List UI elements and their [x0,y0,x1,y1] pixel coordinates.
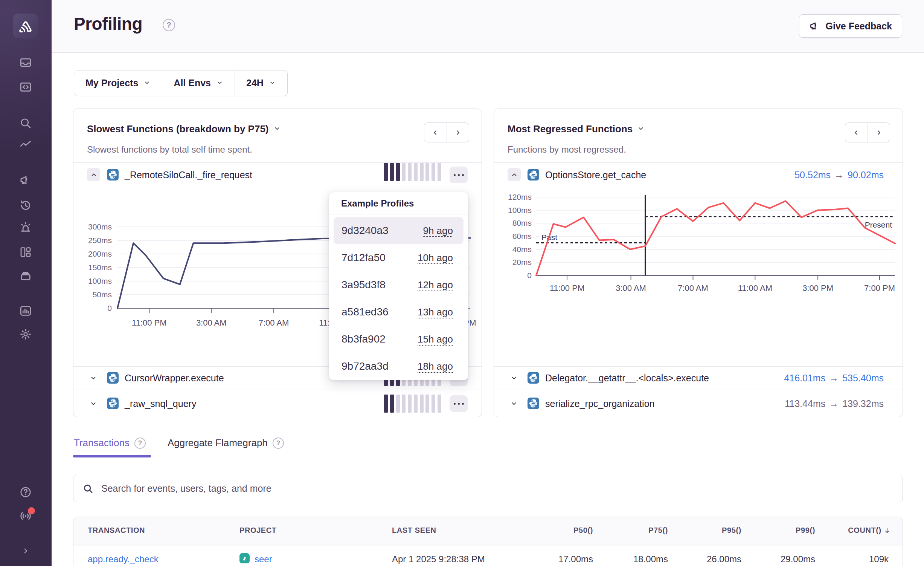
tab-aggregate-flamegraph[interactable]: Aggregate Flamegraph ? [168,437,284,449]
expand-row-button[interactable] [88,373,98,383]
profile-id[interactable]: 3a95d3f8 [342,279,386,291]
issues-icon[interactable] [19,56,32,69]
prev-page-button[interactable] [424,123,447,142]
alerts-icon[interactable] [19,221,32,234]
page-help-icon[interactable]: ? [163,19,175,31]
function-name[interactable]: _raw_snql_query [125,398,196,409]
before-duration[interactable]: 416.01ms [784,373,825,383]
column-header[interactable]: TRANSACTION [88,526,145,535]
table-row[interactable]: app.ready._checkseerApr 1 2025 9:28:38 P… [73,544,903,566]
settings-icon[interactable] [19,327,32,341]
after-duration[interactable]: 90.02ms [848,170,884,180]
svg-text:11:00 PM: 11:00 PM [550,283,585,293]
project-filter[interactable]: My Projects [74,70,162,96]
whats-new-icon[interactable] [19,509,32,523]
svg-text:Past: Past [541,233,557,242]
dashboards-icon[interactable] [19,245,32,259]
python-icon [107,169,119,181]
help-icon[interactable]: ? [134,438,146,449]
help-icon[interactable]: ? [273,438,284,449]
tab-bar: Transactions ? Aggregate Flamegraph ? [74,437,284,449]
sentry-logo[interactable] [13,14,38,38]
row-options-button[interactable] [450,167,468,183]
profile-row[interactable]: 3a95d3f812h ago [334,271,464,298]
project-link[interactable]: seer [255,554,272,564]
explore-icon[interactable] [19,80,32,94]
column-header[interactable]: P50() [573,526,593,535]
chevron-down-icon [637,123,645,135]
next-page-button[interactable] [868,123,890,142]
svg-text:11:00 AM: 11:00 AM [738,283,772,293]
collapse-row-button[interactable] [508,168,521,181]
tab-label: Transactions [74,437,130,449]
function-name[interactable]: Delegator.__getattr__.<locals>.execute [545,373,709,384]
svg-text:7:00 AM: 7:00 AM [678,283,708,293]
releases-icon[interactable] [19,269,32,283]
chevron-down-icon [269,78,276,89]
divider [329,214,468,214]
function-name[interactable]: _RemoteSiloCall._fire_request [125,170,252,181]
metrics-icon[interactable] [19,138,32,151]
before-duration[interactable]: 50.52ms [794,170,831,180]
function-name[interactable]: CursorWrapper.execute [125,373,224,384]
profile-candidates-sparkline[interactable] [384,395,441,413]
profile-row[interactable]: 7d12fa5010h ago [334,244,464,271]
profile-age-link[interactable]: 10h ago [418,252,453,264]
column-header[interactable]: COUNT() [848,526,890,535]
column-header[interactable]: P99() [796,526,815,535]
column-header[interactable]: PROJECT [239,526,277,535]
regression-values: 416.01ms→535.40ms [784,373,884,384]
expand-row-button[interactable] [88,399,98,408]
tab-label: Aggregate Flamegraph [168,437,268,449]
profile-age-link[interactable]: 18h ago [418,361,453,372]
profile-age-link[interactable]: 12h ago [418,279,453,291]
profile-row[interactable]: 8b3fa90215h ago [334,326,464,353]
chevron-down-icon [273,123,281,135]
tab-transactions[interactable]: Transactions ? [74,437,146,449]
search-input[interactable] [101,483,894,494]
stats-icon[interactable] [19,304,32,318]
slowest-functions-title[interactable]: Slowest Functions (breakdown by P75) [87,123,281,135]
function-name[interactable]: serialize_rpc_organization [545,398,654,409]
expand-row-button[interactable] [509,373,519,383]
svg-text:3:00 AM: 3:00 AM [196,318,227,327]
chevron-down-icon [143,78,151,89]
date-range-filter[interactable]: 24H [235,70,287,96]
profile-id[interactable]: 9d3240a3 [342,225,389,237]
prev-page-button[interactable] [845,123,868,142]
last-seen-value: Apr 1 2025 9:28:38 PM [392,554,485,564]
give-feedback-button[interactable]: Give Feedback [799,14,902,38]
svg-text:300ms: 300ms [88,222,112,231]
collapse-row-button[interactable] [87,168,100,181]
profile-id[interactable]: 7d12fa50 [342,252,386,264]
search-icon[interactable] [19,116,32,130]
next-page-button[interactable] [447,123,469,142]
transaction-link[interactable]: app.ready._check [88,554,159,564]
expand-row-button[interactable] [509,399,519,408]
profile-age-link[interactable]: 15h ago [418,333,453,345]
profile-age-link[interactable]: 9h ago [423,225,453,237]
most-regressed-title[interactable]: Most Regressed Functions [508,123,645,135]
collapse-icon[interactable] [19,544,32,558]
profile-row[interactable]: 9d3240a39h ago [334,217,464,244]
feedback-icon[interactable] [19,173,32,187]
function-name[interactable]: OptionsStore.get_cache [545,170,646,181]
profile-age-link[interactable]: 13h ago [418,306,453,318]
column-header[interactable]: P95() [722,526,741,535]
environment-filter[interactable]: All Envs [162,70,235,96]
profile-row[interactable]: 9b72aa3d18h ago [334,353,464,380]
column-header[interactable]: P75() [648,526,668,535]
row-options-button[interactable] [450,395,468,412]
profile-id[interactable]: 9b72aa3d [342,360,389,372]
profile-id[interactable]: a581ed36 [342,306,389,318]
column-header[interactable]: LAST SEEN [392,526,436,535]
profile-row[interactable]: a581ed3613h ago [334,298,464,326]
after-duration[interactable]: 535.40ms [842,373,884,383]
profile-candidates-sparkline[interactable] [384,163,441,181]
profile-id[interactable]: 8b3fa902 [342,333,386,345]
help-icon[interactable] [19,485,32,499]
replays-icon[interactable] [19,199,32,212]
chevron-down-icon [216,78,223,89]
search-bar[interactable] [73,475,903,502]
svg-text:40ms: 40ms [512,245,532,254]
